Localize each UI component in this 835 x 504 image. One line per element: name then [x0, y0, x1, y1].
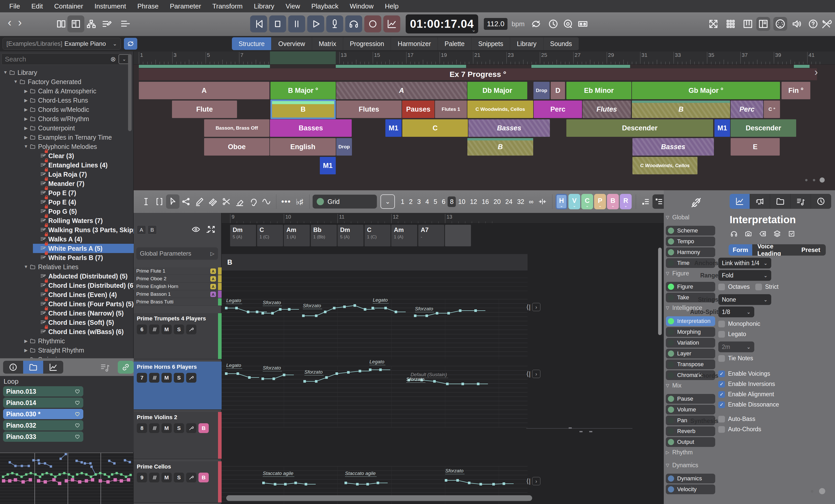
- checkbox-box[interactable]: [718, 426, 725, 433]
- division-12[interactable]: 12: [468, 197, 480, 207]
- camera-icon[interactable]: [744, 229, 753, 238]
- param-section-mix[interactable]: ▽Mix: [666, 382, 681, 389]
- settings-button[interactable]: [186, 373, 197, 383]
- division-32[interactable]: 32: [515, 197, 527, 207]
- tree-item[interactable]: Walking Runs (3 Parts, Skipped) (: [33, 225, 134, 235]
- loop-item[interactable]: Piano.030 *: [3, 409, 83, 419]
- tab-structure[interactable]: Structure: [232, 37, 271, 50]
- checkbox-box[interactable]: [718, 355, 725, 362]
- tree-item[interactable]: Clear (3): [33, 151, 74, 160]
- solo-button[interactable]: S: [174, 373, 184, 383]
- wave-tool[interactable]: [260, 195, 273, 209]
- chord-cell[interactable]: Dm5 (A): [230, 225, 256, 246]
- checkbox-box[interactable]: ✓: [718, 401, 725, 408]
- grid-checkbox[interactable]: ⌄: [381, 195, 395, 209]
- editor-ruler[interactable]: 910111213: [222, 213, 664, 223]
- phrase-block[interactable]: D: [551, 82, 565, 99]
- search-input[interactable]: Search⊗⌄: [2, 54, 131, 65]
- phrase-editor[interactable]: 910111213Dm5 (A)C1 (C)Am1 (A)Bb1 (Bb)Dm5…: [222, 213, 664, 504]
- tab-snippets[interactable]: Snippets: [471, 37, 510, 50]
- checkbox-enable-voicings[interactable]: ✓Enable Voicings: [718, 370, 770, 377]
- articulation-label[interactable]: Sforzato: [406, 377, 426, 383]
- play-button[interactable]: [307, 16, 324, 33]
- scroll-dot[interactable]: [811, 490, 813, 493]
- record-button[interactable]: [364, 16, 381, 33]
- phrase-block[interactable]: Drop: [533, 82, 550, 99]
- scroll-dot[interactable]: [805, 179, 808, 181]
- select-link-within-1-4[interactable]: Link within 1/4⌄: [718, 258, 771, 268]
- container-title-bar[interactable]: Ex 7 Progress °: [139, 68, 817, 80]
- menu-file[interactable]: File: [4, 0, 26, 12]
- tree-folder[interactable]: ▶Counterpoint: [23, 123, 75, 133]
- select-fold[interactable]: Fold⌄: [718, 270, 771, 281]
- checkbox-enable-inversions[interactable]: ✓Enable Inversions: [718, 381, 775, 387]
- phrase-block[interactable]: Basses: [632, 138, 714, 156]
- checkbox-tie-notes[interactable]: Tie Notes: [718, 355, 753, 362]
- chevron-expanded-icon[interactable]: ▼: [23, 144, 29, 149]
- layer-button-H[interactable]: H⌄: [555, 194, 567, 209]
- checkbox-box[interactable]: [718, 416, 725, 423]
- articulation-label[interactable]: Sforzato: [445, 468, 465, 474]
- menu-window[interactable]: Window: [344, 0, 379, 12]
- tree-item[interactable]: Pop G (5): [33, 207, 77, 216]
- global-parameters-button[interactable]: Global Parameters▷: [136, 247, 218, 260]
- checkbox-enable-dissonance[interactable]: ✓Enable Dissonance: [718, 401, 779, 408]
- tab-matrix[interactable]: Matrix: [312, 37, 343, 50]
- tree-item[interactable]: Loja Roja (7): [33, 170, 87, 179]
- checkbox-box[interactable]: [755, 284, 762, 290]
- tree-folder[interactable]: ▼Factory Generated: [12, 77, 81, 86]
- layer-button-C[interactable]: C⌄: [581, 194, 593, 209]
- phrase-block[interactable]: C Woodwinds, Cellos: [467, 101, 533, 118]
- tree-folder[interactable]: ▶Chords w/Melodic: [23, 105, 89, 114]
- nav-back-button[interactable]: ‹: [8, 16, 12, 29]
- menu-transform[interactable]: Transform: [207, 0, 248, 12]
- expand-button[interactable]: [206, 224, 217, 235]
- tree-item[interactable]: Chord Lines (Four Parts) (5): [33, 299, 134, 308]
- track-group[interactable]: Prime Cellos9MSB: [134, 461, 222, 503]
- automation-button[interactable]: [383, 16, 400, 33]
- param-section-global[interactable]: ▽Global: [666, 214, 690, 221]
- division-6[interactable]: 6: [440, 197, 448, 207]
- division-2[interactable]: 2: [407, 197, 415, 207]
- tree-item[interactable]: White Pearls B (7): [33, 253, 103, 262]
- select-1-8[interactable]: 1/8⌄: [718, 306, 754, 317]
- articulation-label[interactable]: Legato: [226, 298, 242, 304]
- param-chip-velocity[interactable]: Velocity: [666, 484, 715, 494]
- param-chip-figure[interactable]: Figure: [666, 282, 715, 291]
- folder-view-button[interactable]: [23, 361, 43, 374]
- swap-expand-toggle[interactable]: [707, 17, 720, 31]
- phrase-block[interactable]: A: [139, 82, 269, 99]
- compose-view-button[interactable]: [98, 16, 115, 33]
- tree-item[interactable]: White Pearls A (5): [33, 244, 134, 253]
- checkbox-monophonic[interactable]: Monophonic: [718, 320, 760, 327]
- link-button[interactable]: [118, 361, 134, 374]
- articulation-label[interactable]: Sforzato: [415, 306, 434, 312]
- phrase-block[interactable]: C: [402, 119, 468, 137]
- layer-button-R[interactable]: R⌄: [620, 194, 632, 209]
- phrase-block[interactable]: Descender: [731, 119, 796, 137]
- eraser-tool[interactable]: [233, 195, 246, 209]
- mute-button[interactable]: M: [161, 373, 172, 383]
- checkbox-strict[interactable]: Strict: [755, 283, 778, 290]
- lane-handle[interactable]: ⟨|›: [526, 477, 541, 485]
- phrase-block[interactable]: B Major °: [270, 82, 336, 99]
- mute-button[interactable]: M: [161, 423, 172, 433]
- checkbox-box[interactable]: ✓: [718, 381, 725, 387]
- chart-view-button[interactable]: [43, 361, 63, 374]
- layers-icon[interactable]: [773, 229, 781, 238]
- view-note-list-button[interactable]: [791, 194, 811, 209]
- tree-item[interactable]: Pop E (4): [33, 198, 76, 207]
- articulation-label[interactable]: Legato: [226, 363, 242, 369]
- checkbox-legato[interactable]: Legato: [718, 331, 746, 338]
- division-20[interactable]: 20: [491, 197, 503, 207]
- tab-voice-leading[interactable]: Voice Leading: [752, 244, 796, 256]
- chevron-collapsed-icon[interactable]: ▶: [23, 88, 29, 94]
- expand-lane-button[interactable]: ›: [532, 477, 541, 485]
- menu-help[interactable]: Help: [379, 0, 404, 12]
- unlink-icon[interactable]: [690, 196, 703, 209]
- monitor-button[interactable]: [345, 16, 362, 33]
- project-selector[interactable]: [Examples/Libraries]Example Piano⌄: [3, 38, 121, 49]
- mute-button[interactable]: M: [161, 324, 172, 334]
- tree-folder[interactable]: ▶Chords w/Rhythm: [23, 114, 89, 123]
- settings-button[interactable]: [186, 472, 197, 482]
